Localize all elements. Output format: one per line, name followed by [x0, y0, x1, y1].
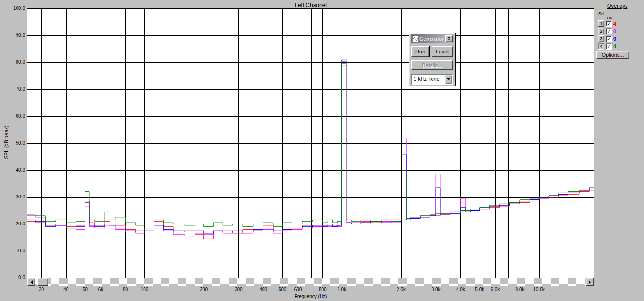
y-tick-label: 90.0 — [0, 33, 25, 38]
chevron-down-icon — [447, 78, 450, 82]
horizontal-scrollbar — [27, 278, 594, 286]
overlay-row: 2✓0 — [598, 27, 619, 35]
generator-icon — [412, 36, 418, 42]
scroll-left-icon — [29, 280, 33, 284]
y-tick-label: 100.0 — [0, 6, 25, 11]
details-button[interactable]: Details... — [411, 60, 453, 70]
y-tick-label: 50.0 — [0, 140, 25, 146]
x-tick-label: 30 — [39, 287, 44, 292]
x-tick-label: 5.0k — [475, 287, 484, 292]
overlay-set-button-1[interactable]: 1 — [598, 20, 604, 27]
overlay-on-checkbox-1[interactable]: ✓ — [606, 21, 612, 27]
x-tick-label: 400 — [259, 287, 267, 292]
close-icon[interactable]: × — [445, 35, 453, 42]
overlay-count-3: 0 — [613, 36, 619, 42]
overlay-row: 4✓4 — [598, 43, 619, 50]
y-tick-label: 0.0 — [0, 275, 25, 280]
generator-button-row: Run Level — [411, 46, 454, 57]
x-tick-label: 100 — [141, 287, 149, 292]
overlay-set-button-2[interactable]: 2 — [598, 28, 604, 34]
x-tick-label: 40 — [63, 287, 68, 292]
overlays-set-header: Set — [598, 11, 605, 16]
level-button[interactable]: Level — [432, 46, 453, 57]
overlay-on-checkbox-2[interactable]: ✓ — [606, 28, 612, 34]
x-tick-label: 10.0k — [533, 287, 544, 292]
signal-combobox-value: 1 kHz Tone — [412, 75, 445, 84]
overlay-on-checkbox-3[interactable]: ✓ — [606, 36, 612, 42]
x-tick-label: 800 — [319, 287, 327, 292]
generator-dialog: Generator × Run Level Details... 1 kHz T… — [409, 33, 456, 86]
x-tick-label: 80 — [123, 287, 128, 292]
scroll-left-button[interactable] — [27, 278, 35, 286]
overlay-count-1: 4 — [613, 21, 619, 26]
overlay-count-2: 0 — [613, 28, 619, 34]
x-tick-label: 3.0k — [432, 287, 441, 292]
y-tick-label: 40.0 — [0, 167, 25, 172]
x-tick-label: 500 — [279, 287, 287, 292]
x-axis-label: Frequency (Hz) — [27, 294, 594, 299]
y-tick-label: 80.0 — [0, 60, 25, 65]
overlay-set-button-4[interactable]: 4 — [598, 43, 604, 50]
generator-title: Generator — [419, 36, 444, 42]
run-button[interactable]: Run — [411, 46, 429, 57]
signal-combobox[interactable]: 1 kHz Tone — [411, 74, 453, 85]
overlay-row: 3✓0 — [598, 35, 619, 43]
x-tick-label: 50 — [83, 287, 88, 292]
combobox-dropdown-button[interactable] — [445, 75, 452, 84]
scrollbar-thumb[interactable] — [37, 278, 48, 286]
y-tick-label: 70.0 — [0, 86, 25, 92]
x-tick-label: 1.0k — [337, 287, 346, 292]
app-window: { "generator_dialog": { "title": "Genera… — [0, 0, 644, 301]
y-tick-label: 60.0 — [0, 113, 25, 119]
x-tick-label: 8.0k — [516, 287, 525, 292]
plot-svg — [27, 9, 594, 278]
chart-title: Left Channel — [27, 2, 594, 9]
overlay-count-4: 4 — [613, 43, 619, 49]
options-button[interactable]: Options... — [596, 51, 629, 59]
overlays-title: Overlays — [607, 3, 627, 9]
overlay-set-button-3[interactable]: 3 — [598, 35, 604, 42]
x-tick-label: 60 — [98, 287, 103, 292]
x-tick-label: 6.0k — [491, 287, 500, 292]
scroll-right-button[interactable] — [586, 278, 594, 286]
scrollbar-track[interactable] — [35, 278, 586, 286]
x-tick-label: 200 — [200, 287, 208, 292]
y-tick-label: 30.0 — [0, 194, 25, 199]
x-tick-label: 300 — [235, 287, 243, 292]
y-tick-label: 10.0 — [0, 248, 25, 253]
x-tick-label: 4.0k — [456, 287, 465, 292]
plot-area — [27, 8, 594, 278]
generator-titlebar[interactable]: Generator × — [411, 34, 454, 43]
x-tick-label: 2.0k — [397, 287, 406, 292]
overlay-rows: 1✓42✓03✓04✓4 — [598, 20, 619, 50]
scroll-right-icon — [589, 280, 593, 284]
y-tick-label: 20.0 — [0, 221, 25, 226]
x-tick-label: 600 — [294, 287, 302, 292]
overlay-on-checkbox-4[interactable]: ✓ — [606, 43, 612, 50]
x-tick-labels: 30405060801002003004005006008001.0k2.0k3… — [27, 287, 594, 293]
overlay-row: 1✓4 — [598, 20, 619, 27]
